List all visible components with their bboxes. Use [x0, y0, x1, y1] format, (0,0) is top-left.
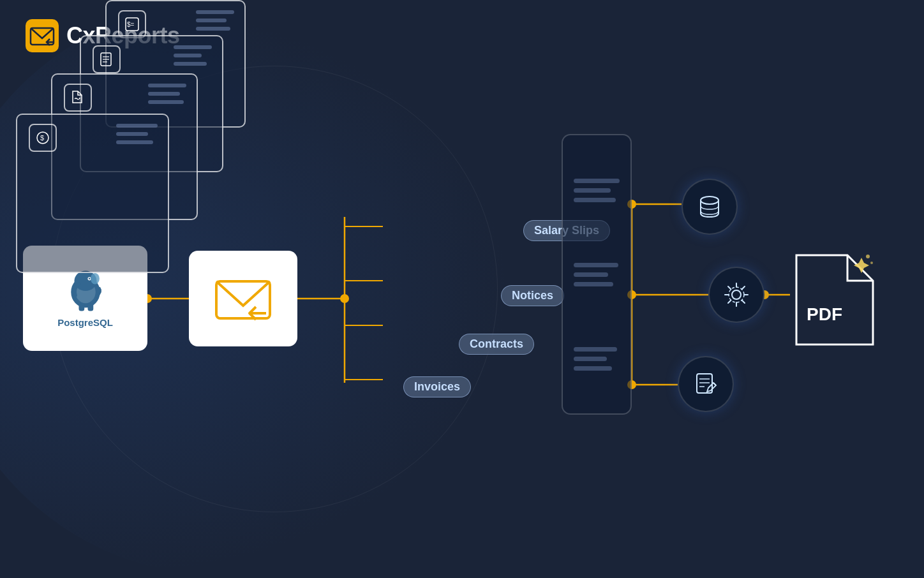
doc-line — [116, 124, 158, 128]
doc-line — [174, 62, 207, 66]
panel-line — [574, 357, 607, 361]
contracts-label: Contracts — [459, 334, 534, 355]
doc-line — [116, 132, 148, 136]
panel-lines-bot — [574, 347, 620, 371]
doc-lines-4 — [116, 124, 158, 144]
doc-line — [174, 54, 202, 57]
svg-rect-22 — [87, 303, 93, 311]
panel-line — [574, 366, 612, 371]
svg-line-41 — [713, 383, 716, 385]
invoices-icon: $ — [29, 124, 57, 152]
panel-line — [574, 347, 617, 352]
svg-point-31 — [79, 98, 80, 99]
cxreports-logo-icon — [26, 19, 59, 52]
doc-line — [196, 19, 227, 22]
doc-lines-1 — [196, 10, 234, 31]
doc-line — [148, 84, 186, 87]
cxreports-envelope-large-icon — [211, 270, 275, 327]
svg-point-43 — [866, 255, 870, 258]
svg-rect-21 — [78, 303, 84, 311]
doc-line — [148, 100, 184, 104]
doc-lines-2 — [174, 45, 212, 66]
svg-point-44 — [870, 262, 873, 264]
panel-line — [574, 179, 620, 183]
panel-line — [574, 263, 618, 267]
postgresql-elephant-icon — [63, 269, 108, 313]
template-runner-panel — [562, 134, 632, 415]
doc-line — [196, 27, 230, 31]
notices-icon — [93, 45, 121, 73]
panel-line — [574, 282, 613, 286]
doc-lines-3 — [148, 84, 186, 104]
invoices-label: Invoices — [403, 376, 471, 397]
edit-template-icon — [678, 356, 734, 412]
svg-text:PDF: PDF — [807, 304, 842, 324]
doc-line — [148, 92, 180, 96]
doc-line — [116, 140, 153, 144]
doc-card-invoices: $ — [16, 114, 169, 273]
notices-label: Notices — [501, 285, 564, 306]
salary-slips-icon: $= — [118, 10, 146, 38]
svg-rect-37 — [697, 374, 712, 393]
settings-icon — [708, 267, 764, 323]
database-icon — [682, 179, 738, 235]
pdf-output-icon: PDF — [790, 249, 879, 351]
svg-point-35 — [732, 290, 741, 299]
svg-point-19 — [88, 278, 90, 279]
dot-cx-branch — [340, 294, 349, 303]
svg-point-34 — [701, 196, 719, 204]
svg-text:$: $ — [40, 134, 44, 142]
doc-line — [174, 45, 212, 49]
panel-lines-top — [574, 179, 620, 202]
panel-line — [574, 188, 611, 193]
panel-line — [574, 198, 616, 202]
contracts-icon — [64, 84, 92, 112]
cxreports-icon-box — [189, 251, 297, 346]
panel-lines-mid — [574, 263, 620, 286]
postgresql-label: PostgreSQL — [57, 317, 113, 328]
doc-line — [196, 10, 234, 14]
svg-text:$=: $= — [127, 21, 135, 28]
svg-point-20 — [90, 273, 99, 285]
panel-line — [574, 272, 608, 277]
